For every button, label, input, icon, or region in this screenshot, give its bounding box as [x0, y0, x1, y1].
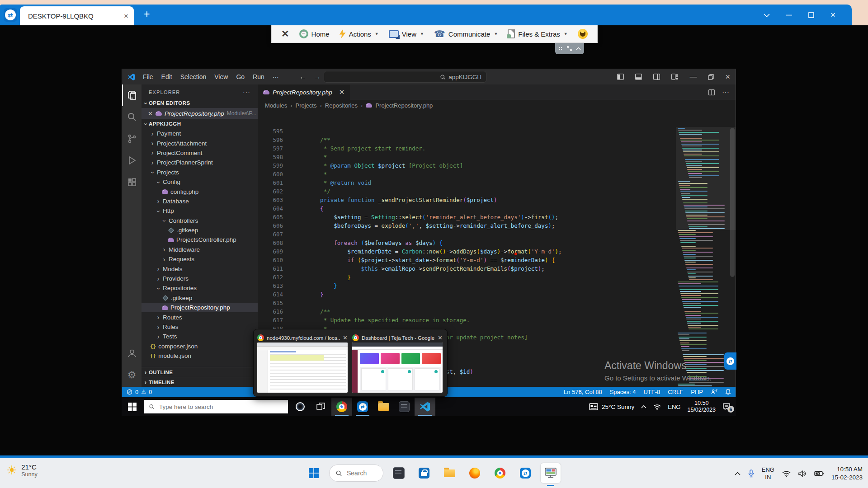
local-app-button-1[interactable] — [389, 463, 409, 483]
activity-extensions-icon[interactable] — [122, 171, 142, 193]
timeline-section[interactable]: ›TIMELINE — [142, 377, 258, 387]
settings-gear-icon[interactable]: ⚙ — [122, 364, 142, 386]
local-teamviewer-button[interactable]: ⇄ — [515, 463, 535, 483]
status-line-col[interactable]: Ln 576, Col 88 — [564, 389, 602, 395]
breadcrumb-item[interactable]: Modules — [265, 102, 287, 109]
feedback-icon[interactable] — [711, 389, 717, 395]
command-center-search[interactable]: appKIJGGH — [324, 71, 486, 83]
thumbnail-window-2[interactable]: Dashboard | Teja Tech - Google ... ✕ — [352, 333, 443, 393]
menu-edit[interactable]: Edit — [157, 73, 176, 80]
tree-item-providers[interactable]: ›Providers — [142, 274, 258, 283]
breadcrumb-item[interactable]: ProjectRepository.php — [375, 102, 433, 109]
toolbar-communicate-menu[interactable]: ☎Communicate▼ — [431, 25, 501, 42]
thumbnail-window-1[interactable]: node4930.myfcloud.com / loca... ✕ — [257, 333, 348, 393]
remote-search-box[interactable] — [144, 400, 288, 413]
local-search-box[interactable] — [329, 465, 383, 482]
local-language-indicator[interactable]: ENG IN — [762, 466, 774, 481]
menu-run[interactable]: Run — [249, 73, 269, 80]
tree-item-models[interactable]: ›Models — [142, 264, 258, 273]
vscode-minimize-button[interactable]: — — [689, 73, 697, 81]
tree-item-projectattachment[interactable]: ›ProjectAttachment — [142, 138, 258, 148]
local-chrome-button[interactable] — [490, 463, 510, 483]
menu-selection[interactable]: Selection — [176, 73, 211, 80]
menu-file[interactable]: File — [139, 73, 157, 80]
cortana-button[interactable] — [290, 398, 311, 416]
tree-item-module-json[interactable]: {}module.json — [142, 351, 258, 361]
warnings-icon[interactable]: ⚠ — [141, 389, 146, 394]
errors-icon[interactable] — [127, 389, 132, 395]
session-tab[interactable]: DESKTOP-9LLQBKQ × — [20, 6, 134, 25]
editor-tab[interactable]: ProjectRepository.php ✕ — [258, 84, 350, 100]
thumbnail-preview[interactable] — [257, 343, 348, 393]
toolbar-close-button[interactable]: ✕ — [278, 25, 292, 42]
window-maximize-button[interactable] — [808, 12, 814, 18]
fullscreen-icon[interactable] — [567, 46, 572, 51]
window-menu-chevron-icon[interactable] — [764, 13, 770, 17]
remote-chrome-button[interactable] — [331, 398, 352, 416]
grid-icon[interactable] — [559, 47, 563, 51]
tree-item--gitkeep[interactable]: .gitkeep — [142, 293, 258, 303]
menu-go[interactable]: Go — [232, 73, 249, 80]
remote-clock[interactable]: 10:50 15/02/2023 — [687, 400, 716, 413]
explorer-more-icon[interactable]: ··· — [243, 89, 250, 96]
volume-icon[interactable] — [798, 470, 807, 477]
window-minimize-button[interactable] — [786, 14, 792, 16]
toolbar-feedback-button[interactable] — [575, 25, 591, 42]
project-section[interactable]: ›APPKIJGGH — [142, 119, 258, 129]
toggle-panel-icon[interactable] — [635, 74, 642, 80]
nav-forward-icon[interactable]: → — [314, 73, 321, 81]
tree-item-rules[interactable]: ›Rules — [142, 322, 258, 332]
minimap[interactable] — [678, 128, 728, 387]
tree-item-middleware[interactable]: ›Middleware — [142, 245, 258, 254]
tree-item-projectplannersprint[interactable]: ›ProjectPlannerSprint — [142, 158, 258, 167]
tree-item-composer-json[interactable]: {}composer.json — [142, 342, 258, 351]
activity-search-icon[interactable] — [122, 106, 142, 128]
remote-language-indicator[interactable]: ENG — [668, 404, 680, 410]
activity-source-control-icon[interactable] — [122, 128, 142, 150]
toolbar-view-menu[interactable]: View▼ — [386, 25, 427, 42]
task-view-button[interactable] — [311, 398, 331, 416]
remote-app-button[interactable] — [394, 398, 415, 416]
editor-scrollbar[interactable] — [730, 128, 735, 277]
tree-item-payment[interactable]: ›Payment — [142, 129, 258, 138]
window-close-button[interactable]: × — [830, 10, 835, 20]
local-clock[interactable]: 10:50 AM 15-02-2023 — [831, 465, 863, 482]
tree-item-projectrepository-php[interactable]: ProjectRepository.php — [142, 303, 258, 312]
status-indent[interactable]: Spaces: 4 — [610, 389, 636, 395]
nav-back-icon[interactable]: ← — [299, 73, 307, 81]
accounts-icon[interactable] — [122, 343, 142, 364]
toggle-sidebar-icon[interactable] — [617, 74, 624, 80]
remote-weather-widget[interactable]: 25°C Sunny — [589, 403, 634, 410]
tree-item-controllers[interactable]: ›Controllers — [142, 216, 258, 225]
remote-network-icon[interactable] — [653, 404, 661, 410]
local-file-explorer-button[interactable] — [439, 463, 459, 483]
tree-item-routes[interactable]: ›Routes — [142, 312, 258, 322]
tree-item-projectcomment[interactable]: ›ProjectComment — [142, 148, 258, 158]
editor-more-icon[interactable]: ··· — [722, 88, 729, 96]
tree-item-tests[interactable]: ›Tests — [142, 332, 258, 341]
remote-teamviewer-button[interactable]: ⇄ — [352, 398, 373, 416]
breadcrumb-item[interactable]: Projects — [295, 102, 316, 109]
menu-moremoremore[interactable]: ··· — [269, 73, 283, 80]
local-store-button[interactable] — [414, 463, 434, 483]
teamviewer-side-tab[interactable]: ⇄ — [724, 352, 736, 370]
local-hidden-icons-chevron[interactable] — [735, 472, 741, 475]
split-editor-icon[interactable] — [708, 89, 715, 95]
tree-item-projectscontroller-php[interactable]: ProjectsController.php — [142, 235, 258, 244]
customize-layout-icon[interactable] — [671, 74, 678, 80]
local-start-button[interactable] — [304, 463, 324, 483]
tree-item-projects[interactable]: ›Projects — [142, 168, 258, 177]
battery-icon[interactable] — [814, 471, 824, 476]
tree-item--gitkeep[interactable]: .gitkeep — [142, 225, 258, 235]
status-eol[interactable]: CRLF — [668, 389, 683, 395]
remote-file-explorer-button[interactable] — [373, 398, 394, 416]
toggle-secondary-sidebar-icon[interactable] — [653, 74, 660, 80]
thumbnail-preview[interactable] — [352, 343, 443, 393]
vscode-restore-button[interactable] — [708, 74, 714, 80]
activity-run-debug-icon[interactable] — [122, 150, 142, 171]
thumbnail-close-icon[interactable]: ✕ — [438, 334, 443, 341]
remote-search-input[interactable] — [158, 403, 283, 411]
open-editor-item[interactable]: ✕ ProjectRepository.php Modules\P... — [142, 108, 258, 119]
local-search-input[interactable] — [346, 469, 375, 477]
local-firefox-button[interactable] — [465, 463, 485, 483]
